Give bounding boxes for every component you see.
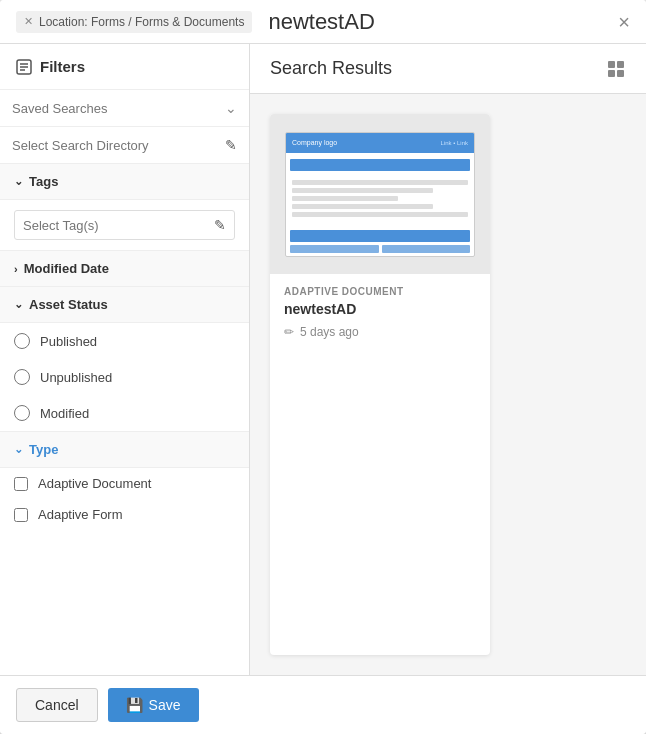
- adaptive-document-option[interactable]: Adaptive Document: [0, 468, 249, 499]
- adaptive-form-label: Adaptive Form: [38, 507, 123, 522]
- asset-status-label: Asset Status: [29, 297, 108, 312]
- cancel-button[interactable]: Cancel: [16, 688, 98, 722]
- card-info: Adaptive Document newtestAD ✏ 5 days ago: [270, 274, 490, 351]
- card-thumbnail: Company logo Link • Link: [270, 114, 490, 274]
- save-label: Save: [149, 697, 181, 713]
- modified-date-chevron-icon: ›: [14, 263, 18, 275]
- tag-select-input[interactable]: [23, 218, 214, 233]
- select-directory-input[interactable]: [12, 138, 219, 153]
- modified-date-header[interactable]: › Modified Date: [0, 251, 249, 287]
- thumb-logo-text: Company logo: [292, 139, 441, 146]
- thumb-header-bar: Company logo Link • Link: [286, 133, 474, 153]
- saved-searches-dropdown-icon[interactable]: ⌄: [225, 100, 237, 116]
- card-type: Adaptive Document: [284, 286, 476, 297]
- thumb-line-5: [292, 212, 468, 217]
- card-timestamp: 5 days ago: [300, 325, 359, 339]
- thumb-line-3: [292, 196, 398, 201]
- results-header: Search Results: [250, 44, 646, 94]
- modified-option[interactable]: Modified: [0, 395, 249, 431]
- svg-rect-7: [617, 70, 624, 77]
- thumb-line-4: [292, 204, 433, 209]
- adaptive-form-checkbox[interactable]: [14, 508, 28, 522]
- published-radio[interactable]: [14, 333, 30, 349]
- svg-rect-5: [617, 61, 624, 68]
- modified-date-label: Modified Date: [24, 261, 109, 276]
- tags-label: Tags: [29, 174, 58, 189]
- adaptive-form-option[interactable]: Adaptive Form: [0, 499, 249, 530]
- top-bar: ✕ Location: Forms / Forms & Documents ne…: [0, 0, 646, 44]
- unpublished-option[interactable]: Unpublished: [0, 359, 249, 395]
- svg-rect-4: [608, 61, 615, 68]
- tag-select-row[interactable]: ✎: [14, 210, 235, 240]
- modal-title: newtestAD: [268, 9, 618, 35]
- location-text: Location: Forms / Forms & Documents: [39, 15, 244, 29]
- tags-section-header[interactable]: ⌄ Tags: [0, 164, 249, 200]
- asset-status-header[interactable]: ⌄ Asset Status: [0, 287, 249, 323]
- modified-label: Modified: [40, 406, 89, 421]
- bottom-bar: Cancel 💾 Save: [0, 675, 646, 734]
- filters-title: Filters: [40, 58, 85, 75]
- adaptive-document-checkbox[interactable]: [14, 477, 28, 491]
- asset-status-chevron-icon: ⌄: [14, 298, 23, 311]
- grid-toggle-button[interactable]: [606, 59, 626, 79]
- thumb-lines: [286, 173, 474, 224]
- close-x-icon[interactable]: ✕: [24, 15, 33, 28]
- save-icon: 💾: [126, 697, 143, 713]
- type-label: Type: [29, 442, 58, 457]
- adaptive-document-label: Adaptive Document: [38, 476, 151, 491]
- type-section-header[interactable]: ⌄ Type: [0, 432, 249, 468]
- modified-radio[interactable]: [14, 405, 30, 421]
- thumb-line-1: [292, 180, 468, 185]
- published-label: Published: [40, 334, 97, 349]
- card-name: newtestAD: [284, 301, 476, 317]
- filters-panel: Filters ⌄ ✎ ⌄ Tags ✎: [0, 44, 250, 675]
- unpublished-radio[interactable]: [14, 369, 30, 385]
- grid-view-icon: [606, 59, 626, 79]
- card-meta: ✏ 5 days ago: [284, 325, 476, 339]
- saved-searches-input[interactable]: [12, 101, 219, 116]
- location-pill[interactable]: ✕ Location: Forms / Forms & Documents: [16, 11, 252, 33]
- svg-rect-6: [608, 70, 615, 77]
- select-directory-row[interactable]: ✎: [0, 127, 249, 164]
- filters-header: Filters: [0, 44, 249, 90]
- pencil-icon: ✏: [284, 325, 294, 339]
- results-grid: Company logo Link • Link: [250, 94, 646, 675]
- tags-chevron-icon: ⌄: [14, 175, 23, 188]
- result-card[interactable]: Company logo Link • Link: [270, 114, 490, 655]
- thumb-section-bar-1: [290, 230, 470, 242]
- modal-close-button[interactable]: ×: [618, 12, 630, 32]
- published-option[interactable]: Published: [0, 323, 249, 359]
- thumb-line-2: [292, 188, 433, 193]
- thumb-section-row: [290, 245, 470, 253]
- select-directory-edit-icon[interactable]: ✎: [225, 137, 237, 153]
- tags-content: ✎: [0, 200, 249, 251]
- thumb-highlight-bar: [290, 159, 470, 171]
- save-button[interactable]: 💾 Save: [108, 688, 199, 722]
- modal: ✕ Location: Forms / Forms & Documents ne…: [0, 0, 646, 734]
- filters-icon: [16, 59, 32, 75]
- type-chevron-icon: ⌄: [14, 443, 23, 456]
- results-title: Search Results: [270, 58, 392, 79]
- results-panel: Search Results: [250, 44, 646, 675]
- thumb-cell-2: [382, 245, 471, 253]
- tag-edit-icon[interactable]: ✎: [214, 217, 226, 233]
- main-content: Filters ⌄ ✎ ⌄ Tags ✎: [0, 44, 646, 675]
- asset-status-section: ⌄ Asset Status Published Unpublished Mod…: [0, 287, 249, 432]
- unpublished-label: Unpublished: [40, 370, 112, 385]
- saved-searches-row[interactable]: ⌄: [0, 90, 249, 127]
- card-thumb-inner: Company logo Link • Link: [285, 132, 475, 257]
- thumb-edit-links: Link • Link: [441, 140, 468, 146]
- thumb-cell-1: [290, 245, 379, 253]
